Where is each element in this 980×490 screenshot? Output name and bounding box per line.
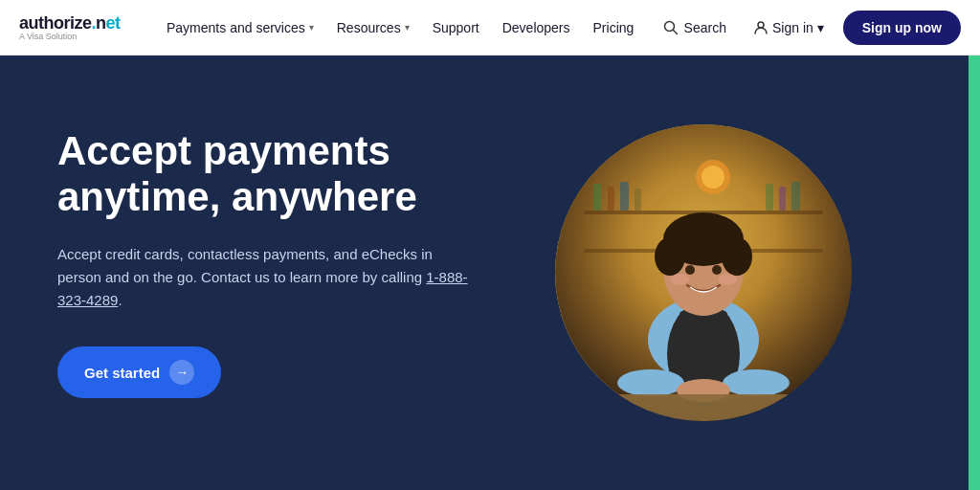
hero-accent-bar (969, 56, 980, 490)
chevron-down-icon: ▾ (309, 22, 314, 33)
svg-rect-10 (608, 187, 614, 211)
logo-tagline: A Visa Solution (19, 32, 134, 41)
hero-description: Accept credit cards, contactless payment… (57, 243, 479, 312)
signin-button[interactable]: Sign in ▾ (746, 14, 832, 41)
svg-rect-14 (779, 187, 786, 211)
svg-rect-12 (635, 189, 641, 211)
navbar: authorize.net A Visa Solution Payments a… (0, 0, 980, 56)
hero-section: Accept payments anytime, anywhere Accept… (0, 56, 980, 490)
svg-point-26 (655, 237, 685, 276)
svg-point-6 (702, 166, 724, 189)
search-button[interactable]: Search (656, 14, 734, 41)
chevron-down-icon: ▾ (817, 20, 824, 35)
svg-rect-9 (593, 184, 601, 211)
main-nav: Payments and services ▾ Resources ▾ Supp… (157, 14, 656, 41)
svg-point-30 (670, 274, 689, 285)
logo-text: authorize.net (19, 13, 134, 33)
hero-image-area (536, 56, 909, 490)
svg-point-21 (723, 369, 790, 396)
nav-payments-services[interactable]: Payments and services ▾ (157, 14, 323, 41)
svg-point-20 (617, 369, 684, 396)
hero-image (555, 124, 852, 421)
nav-developers[interactable]: Developers (493, 14, 580, 41)
svg-point-2 (758, 22, 764, 28)
arrow-right-icon: → (169, 360, 194, 385)
svg-rect-11 (620, 182, 629, 211)
brand-logo[interactable]: authorize.net A Visa Solution (19, 13, 134, 41)
hero-content: Accept payments anytime, anywhere Accept… (0, 56, 536, 490)
nav-pricing[interactable]: Pricing (584, 14, 644, 41)
svg-point-29 (712, 265, 722, 275)
svg-point-31 (718, 274, 737, 285)
user-icon (753, 20, 768, 35)
svg-rect-23 (555, 394, 852, 421)
hero-title: Accept payments anytime, anywhere (57, 128, 479, 221)
svg-rect-15 (791, 182, 800, 211)
navbar-right: Search Sign in ▾ Sign up now (656, 11, 961, 45)
signup-button[interactable]: Sign up now (843, 11, 961, 45)
search-icon (663, 20, 679, 35)
svg-rect-13 (766, 184, 773, 211)
get-started-button[interactable]: Get started → (57, 346, 221, 398)
svg-point-27 (722, 237, 752, 276)
svg-rect-19 (679, 311, 727, 359)
svg-point-28 (685, 265, 695, 275)
nav-support[interactable]: Support (423, 14, 489, 41)
svg-line-1 (673, 30, 677, 33)
person-illustration (555, 124, 852, 421)
nav-resources[interactable]: Resources ▾ (327, 14, 419, 41)
chevron-down-icon: ▾ (405, 22, 410, 33)
